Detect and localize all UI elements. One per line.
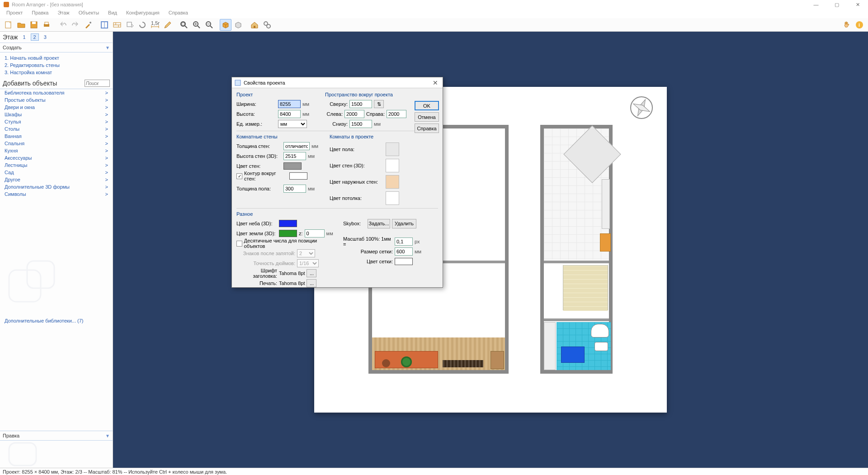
extra-libraries-link[interactable]: Дополнительные библиотеки... (7) [0, 315, 113, 326]
redo-icon[interactable] [70, 19, 81, 31]
task-edit-walls[interactable]: 2. Редактировать стены [5, 62, 108, 69]
zoom-fit-icon[interactable] [178, 19, 190, 31]
grid-size-input[interactable] [395, 247, 413, 256]
cat-3d-shapes[interactable]: Дополнительные 3D формы> [0, 183, 113, 190]
save-icon[interactable] [28, 19, 40, 31]
skybox-delete-button[interactable]: Удалить [392, 219, 416, 228]
task-new-project[interactable]: 1. Начать новый проект [5, 54, 108, 62]
menu-edit[interactable]: Правка [28, 9, 52, 18]
units-select[interactable]: мм [278, 120, 307, 128]
zoom-in-icon[interactable] [191, 19, 203, 31]
ok-button[interactable]: OK [415, 101, 439, 110]
rotate-icon[interactable] [137, 19, 148, 31]
floor-3[interactable]: 3 [42, 34, 49, 40]
wall-thickness-input[interactable] [283, 142, 310, 150]
dialog-close-icon[interactable]: ✕ [431, 79, 440, 86]
floor-color-swatch[interactable] [386, 142, 399, 156]
edit-header[interactable]: Правка▼ [0, 431, 113, 441]
floor-2[interactable]: 2 [31, 33, 39, 41]
cat-wardrobes[interactable]: Шкафы> [0, 111, 113, 118]
menu-project[interactable]: Проект [3, 9, 26, 18]
measure-icon[interactable]: 1,5m [149, 19, 161, 31]
undo-icon[interactable] [57, 19, 69, 31]
cat-simple-objects[interactable]: Простые объекты> [0, 96, 113, 104]
svg-text:i: i [859, 22, 860, 28]
wall3d-color-swatch[interactable] [386, 159, 399, 172]
cat-kitchen[interactable]: Кухня> [0, 147, 113, 154]
floor-thickness-input[interactable] [283, 185, 306, 193]
print-icon[interactable] [41, 19, 52, 31]
pencil-icon[interactable] [162, 19, 174, 31]
svg-point-27 [267, 24, 270, 28]
open-icon[interactable] [15, 19, 27, 31]
cat-user-library[interactable]: Библиотека пользователя> [0, 89, 113, 96]
outline-color-swatch[interactable] [289, 172, 307, 180]
ceiling-color-swatch[interactable] [386, 191, 399, 205]
minimize-button[interactable]: — [806, 0, 826, 9]
canvas[interactable] [113, 32, 868, 468]
print-font-button[interactable]: ... [307, 279, 316, 287]
inch-precision-select: 1/16 [297, 259, 319, 267]
space-right-input[interactable] [387, 110, 406, 118]
cat-bedroom[interactable]: Спальня> [0, 140, 113, 147]
gears-icon[interactable] [261, 19, 273, 31]
ground-z-input[interactable] [305, 229, 325, 238]
svg-line-19 [198, 26, 200, 28]
svg-line-16 [185, 26, 187, 28]
space-top-input[interactable] [349, 100, 372, 108]
bricks-icon[interactable] [111, 19, 123, 31]
info-icon[interactable]: i [854, 19, 865, 31]
skybox-set-button[interactable]: Задать... [368, 219, 390, 228]
chevron-down-icon: ▼ [105, 433, 110, 438]
house-icon[interactable] [249, 19, 260, 31]
cat-bathroom[interactable]: Ванная> [0, 133, 113, 140]
cat-doors-windows[interactable]: Двери и окна> [0, 104, 113, 111]
new-icon[interactable] [3, 19, 14, 31]
maximize-button[interactable]: ▢ [826, 0, 847, 9]
cat-garden[interactable]: Сад> [0, 169, 113, 176]
wall-height-input[interactable] [283, 152, 306, 160]
cat-stairs[interactable]: Лестницы> [0, 162, 113, 169]
brush-icon[interactable] [82, 19, 94, 31]
3d-alt-icon[interactable] [232, 19, 244, 31]
cat-chairs[interactable]: Стулья> [0, 118, 113, 125]
menu-config[interactable]: Конфигурация [123, 9, 163, 18]
height-input[interactable] [278, 110, 301, 118]
outline-checkbox[interactable]: ✓ [236, 173, 242, 179]
cancel-button[interactable]: Отмена [415, 112, 439, 122]
sidebar: Этаж 1 2 3 Создать▼ 1. Начать новый прое… [0, 32, 113, 468]
lock-space-icon[interactable]: ⇅ [374, 100, 384, 108]
space-left-input[interactable] [344, 110, 364, 118]
grid-color-swatch[interactable] [395, 258, 413, 265]
outer-wall-color-swatch[interactable] [386, 175, 399, 189]
create-header[interactable]: Создать▼ [0, 43, 113, 52]
help-button[interactable]: Справка [415, 124, 439, 133]
menu-floor[interactable]: Этаж [54, 9, 73, 18]
svg-rect-32 [9, 443, 36, 466]
hand-icon[interactable] [841, 19, 853, 31]
space-bottom-input[interactable] [349, 120, 372, 128]
decimal-checkbox[interactable] [236, 241, 242, 247]
width-input[interactable] [278, 100, 301, 108]
3d-box-icon[interactable] [220, 19, 231, 31]
menu-help[interactable]: Справка [165, 9, 192, 18]
zoom-out-icon[interactable] [203, 19, 215, 31]
ground-color-swatch[interactable] [279, 230, 297, 237]
task-room-setup[interactable]: 3. Настройка комнат [5, 69, 108, 76]
close-button[interactable]: ✕ [847, 0, 868, 9]
scale-input[interactable] [395, 238, 413, 246]
transform-icon[interactable] [124, 19, 136, 31]
sky-color-swatch[interactable] [279, 220, 297, 227]
search-input[interactable] [85, 80, 110, 87]
menu-view[interactable]: Вид [104, 9, 121, 18]
cat-other[interactable]: Другое> [0, 176, 113, 183]
header-font-button[interactable]: ... [307, 269, 316, 277]
walls-icon[interactable] [99, 19, 110, 31]
floor-1[interactable]: 1 [20, 34, 28, 40]
svg-rect-4 [45, 22, 48, 24]
cat-symbols[interactable]: Символы> [0, 190, 113, 198]
cat-tables[interactable]: Столы> [0, 125, 113, 133]
menu-objects[interactable]: Объекты [75, 9, 103, 18]
wall-color-swatch[interactable] [283, 162, 302, 170]
cat-accessories[interactable]: Аксессуары> [0, 154, 113, 162]
